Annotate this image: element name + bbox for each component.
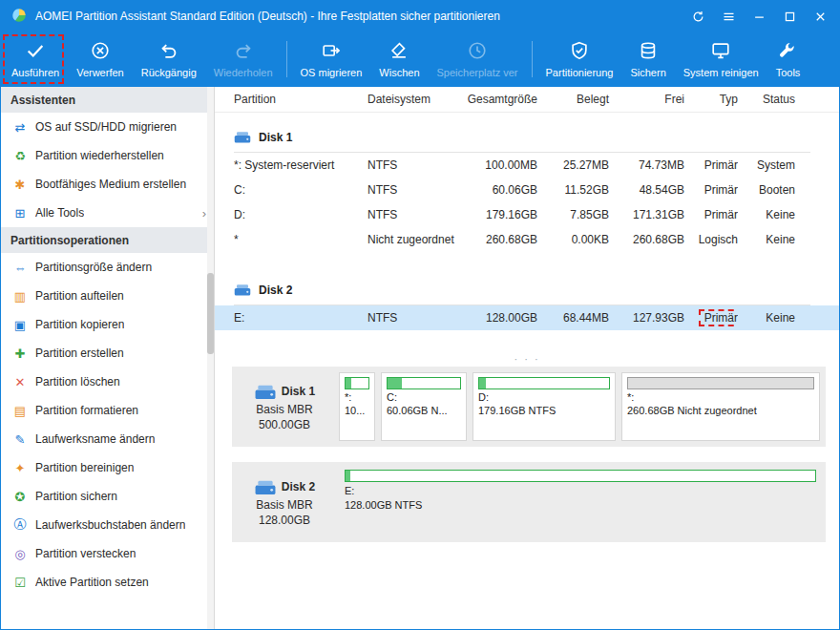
capacity-bar (387, 377, 461, 389)
sidebar-item-bootable-media[interactable]: ✱ Bootfähiges Medium erstellen (1, 170, 214, 199)
undo-button[interactable]: Rückgängig (133, 32, 205, 87)
system-clean-button[interactable]: System reinigen (675, 32, 767, 87)
row-d-drive[interactable]: D: NTFS 179.16GB 7.85GB 171.31GB Primär … (215, 202, 839, 227)
sidebar-item-split-partition[interactable]: ▥ Partition aufteilen (1, 282, 214, 310)
cell-free: 48.54GB (609, 183, 684, 197)
col-type[interactable]: Typ (684, 93, 738, 106)
undo-icon (158, 40, 179, 63)
hide-partition-icon: ◎ (12, 547, 28, 561)
sidebar-item-all-tools[interactable]: ⊞ Alle Tools › (1, 199, 214, 227)
chevron-right-icon: › (202, 206, 206, 220)
set-active-partition-icon: ☑ (12, 576, 28, 590)
allocate-space-button[interactable]: Speicherplatz ver (429, 32, 527, 87)
partitioning-button[interactable]: Partitionierung (537, 32, 622, 87)
sidebar-item-delete-partition[interactable]: ✕ Partition löschen (1, 368, 214, 396)
minimize-button[interactable] (744, 3, 774, 30)
window-title: AOMEI Partition Assistant Standard Editi… (35, 10, 500, 23)
cell-type: Primär (684, 158, 738, 172)
titlebar: AOMEI Partition Assistant Standard Editi… (1, 1, 839, 32)
format-partition-icon: ▤ (12, 404, 28, 418)
database-icon (638, 40, 659, 63)
sidebar-item-change-drive-letter[interactable]: Ⓐ Laufwerksbuchstaben ändern (1, 511, 214, 539)
sidebar-item-set-active-partition[interactable]: ☑ Aktive Partition setzen (1, 568, 214, 597)
cell-filesystem: NTFS (368, 311, 458, 325)
sidebar-item-backup-partition[interactable]: ✪ Partition sichern (1, 482, 214, 511)
sidebar-item-create-partition[interactable]: ✚ Partition erstellen (1, 339, 214, 368)
disk2-partitions: E: 128.00GB NTFS (333, 466, 822, 538)
sidebar-item-change-label[interactable]: ✎ Laufwerksname ändern (1, 425, 214, 453)
menu-icon[interactable] (713, 3, 744, 30)
capacity-bar (345, 377, 369, 389)
disk1-group-header[interactable]: Disk 1 (234, 122, 810, 153)
sidebar-item-format-partition[interactable]: ▤ Partition formatieren (1, 396, 214, 425)
sidebar-scrollbar[interactable] (207, 87, 214, 629)
cell-free: 127.93GB (609, 311, 684, 325)
app-window: AOMEI Partition Assistant Standard Editi… (0, 0, 840, 630)
cell-partition: D: (234, 208, 368, 221)
cell-total-size: 60.06GB (458, 183, 537, 197)
row-unallocated[interactable]: * Nicht zugeordnet 260.68GB 0.00KB 260.6… (215, 227, 839, 252)
row-c-drive[interactable]: C: NTFS 60.06GB 11.52GB 48.54GB Primär B… (215, 178, 839, 202)
disk1-map-name: Disk 1 (282, 385, 315, 398)
delete-partition-icon: ✕ (12, 375, 28, 389)
sidebar-item-recover-partition[interactable]: ♻ Partition wiederherstellen (1, 141, 214, 170)
section-header-partition-operations: Partitionsoperationen (1, 227, 214, 253)
close-button[interactable] (805, 3, 835, 30)
cell-partition: E: (234, 311, 368, 325)
discard-button[interactable]: Verwerfen (68, 32, 133, 87)
change-drive-letter-icon: Ⓐ (12, 516, 28, 534)
col-filesystem[interactable]: Dateisystem (368, 93, 458, 106)
discard-icon (90, 40, 111, 63)
cell-partition: C: (234, 183, 368, 197)
shield-icon (569, 40, 590, 63)
redo-button[interactable]: Wiederholen (205, 32, 282, 87)
cell-used: 11.52GB (537, 183, 609, 197)
refresh-icon[interactable] (682, 3, 713, 30)
col-status[interactable]: Status (738, 93, 795, 106)
pane-splitter[interactable]: · · · (215, 351, 839, 367)
copy-partition-icon: ▣ (12, 318, 28, 332)
disk2-group-header[interactable]: Disk 2 (234, 275, 810, 305)
app-logo-icon (10, 7, 28, 27)
col-total-size[interactable]: Gesamtgröße (458, 93, 537, 106)
tools-button[interactable]: Tools (767, 32, 809, 87)
wipe-button[interactable]: Wischen (370, 32, 428, 87)
partition-block-c[interactable]: C: 60.06GB N... (381, 372, 467, 441)
eraser-icon (388, 40, 410, 63)
sidebar-item-hide-partition[interactable]: ◎ Partition verstecken (1, 539, 214, 568)
disk2-map-name: Disk 2 (282, 480, 315, 494)
col-used[interactable]: Belegt (537, 93, 609, 106)
row-e-drive[interactable]: E: NTFS 128.00GB 68.44MB 127.93GB Primär… (215, 305, 839, 330)
row-system-reserved[interactable]: *: System-reserviert NTFS 100.00MB 25.27… (215, 153, 839, 178)
disk1-info[interactable]: Disk 1 Basis MBR 500.00GB (236, 370, 333, 443)
content: Assistenten ⇄ OS auf SSD/HDD migrieren ♻… (1, 87, 839, 629)
sidebar-item-copy-partition[interactable]: ▣ Partition kopieren (1, 310, 214, 339)
partition-block-unallocated[interactable]: *: 260.68GB Nicht zugeordnet (621, 372, 820, 441)
cell-total-size: 100.00MB (458, 158, 537, 172)
capacity-bar-unallocated (627, 377, 814, 389)
disk2-info[interactable]: Disk 2 Basis MBR 128.00GB (236, 466, 333, 538)
partition-block-system-reserved[interactable]: *: 10... (339, 372, 375, 441)
cell-type: Primär (684, 309, 738, 326)
migrate-os-icon: ⇄ (12, 120, 28, 135)
scrollbar-thumb[interactable] (207, 273, 214, 354)
cell-partition: * (234, 233, 368, 246)
col-partition[interactable]: Partition (234, 93, 368, 106)
disk1-type: Basis MBR (256, 403, 312, 416)
migrate-os-button[interactable]: OS migrieren (292, 32, 371, 87)
partition-block-d[interactable]: D: 179.16GB NTFS (472, 372, 616, 441)
col-free[interactable]: Frei (609, 93, 684, 106)
partition-block-e[interactable]: E: 128.00GB NTFS (339, 468, 820, 536)
sidebar-item-wipe-partition[interactable]: ✦ Partition bereinigen (1, 453, 214, 482)
redo-icon (233, 40, 254, 63)
cell-status: System (738, 158, 795, 172)
execute-button[interactable]: Ausführen (3, 32, 68, 87)
sidebar-item-resize-partition[interactable]: ⇔ Partitionsgröße ändern (1, 253, 214, 282)
all-tools-icon: ⊞ (12, 206, 28, 220)
create-partition-icon: ✚ (12, 346, 28, 361)
sidebar-item-migrate-os[interactable]: ⇄ OS auf SSD/HDD migrieren (1, 113, 214, 141)
disk2-type: Basis MBR (256, 498, 312, 512)
cell-status: Keine (738, 208, 795, 221)
maximize-button[interactable] (774, 3, 805, 30)
backup-button[interactable]: Sichern (621, 32, 674, 87)
